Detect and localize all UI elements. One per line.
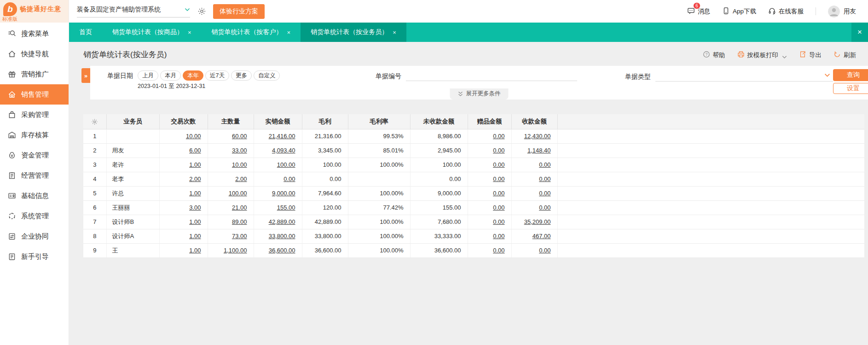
value-link-cell[interactable]: 0.00 (511, 158, 557, 172)
online-service-button[interactable]: 在线客服 (768, 7, 804, 16)
sidebar-item-purchase-mgmt[interactable]: 采购管理 (0, 105, 69, 125)
sidebar-item-enterprise-collab[interactable]: 企业协同 (0, 226, 69, 246)
value-link-cell[interactable]: 36,600.00 (254, 243, 302, 257)
value-link-cell[interactable]: 33.00 (208, 143, 254, 158)
sidebar-item-inventory-mgmt[interactable]: 库存核算 (0, 125, 69, 145)
value-link-cell[interactable]: 1,100.00 (208, 243, 254, 257)
value-link-cell[interactable]: 33,800.00 (254, 229, 302, 243)
sidebar-item-search-menu[interactable]: 搜索菜单 (0, 23, 69, 44)
value-link-cell[interactable]: 4,093.40 (254, 143, 302, 158)
tab-by-product[interactable]: 销货单统计表（按商品）× (102, 23, 202, 42)
value-link-cell[interactable]: 100.00 (254, 158, 302, 172)
value-link-cell[interactable]: 155.00 (254, 200, 302, 215)
query-button[interactable]: 查询 (833, 69, 868, 81)
value-link-cell[interactable]: 0.00 (511, 186, 557, 200)
value-link-cell[interactable]: 0.00 (468, 215, 511, 229)
value-link-cell[interactable]: 1.00 (159, 243, 208, 257)
tab-by-salesperson[interactable]: 销货单统计表（按业务员）× (301, 23, 406, 42)
row-filler (557, 186, 864, 200)
date-option-pill[interactable]: 近7天 (205, 70, 229, 81)
value-link-cell[interactable]: 0.00 (468, 143, 511, 158)
value-link-cell[interactable]: 0.00 (254, 172, 302, 186)
table-row: 7设计师B1.0089.0042,889.0042,889.00100.00%7… (83, 215, 864, 229)
value-link-cell[interactable]: 0.00 (468, 186, 511, 200)
tab-by-customer[interactable]: 销货单统计表（按客户）× (202, 23, 301, 42)
value-link-cell[interactable]: 21,416.00 (254, 129, 302, 143)
refresh-button[interactable]: 刷新 (833, 51, 856, 59)
sidebar-item-system-mgmt[interactable]: 系统管理 (0, 206, 69, 226)
sidebar-item-marketing[interactable]: 营销推广 (0, 64, 69, 84)
value-link-cell[interactable]: 10.00 (208, 158, 254, 172)
value-link-cell[interactable]: 9,000.00 (254, 186, 302, 200)
gear-icon[interactable] (197, 7, 206, 16)
settings-button[interactable]: 设置 (833, 83, 868, 94)
trial-solution-button[interactable]: 体验行业方案 (213, 4, 265, 19)
logo-area: b 畅捷通好生意 标准版 (0, 0, 69, 23)
messages-button[interactable]: 消息 6 (687, 7, 710, 16)
value-link-cell[interactable]: 2.00 (208, 172, 254, 186)
value-link-cell[interactable]: 42,889.00 (254, 215, 302, 229)
expand-more-button[interactable]: 展开更多条件 (450, 88, 509, 99)
close-all-tabs-button[interactable]: × (851, 23, 868, 42)
value-link-cell[interactable]: 35,209.00 (511, 215, 557, 229)
date-option-pill[interactable]: 上月 (138, 70, 158, 81)
value-link-cell[interactable]: 3.00 (159, 200, 208, 215)
sidebar-item-funds-mgmt[interactable]: 资金管理 (0, 145, 69, 165)
value-link-cell[interactable]: 1.00 (159, 215, 208, 229)
value-link-cell[interactable]: 0.00 (511, 172, 557, 186)
sidebar-item-quick-nav[interactable]: 快捷导航 (0, 44, 69, 64)
print-by-template-button[interactable]: 按模板打印 (737, 51, 787, 59)
value-link-cell[interactable]: 10.00 (159, 129, 208, 143)
sidebar-item-sales-mgmt[interactable]: 销售管理 (0, 84, 69, 105)
user-menu[interactable]: 用友 (828, 6, 856, 18)
app-download-label: App下载 (733, 7, 756, 16)
date-option-pill[interactable]: 更多 (231, 70, 252, 81)
value-link-cell[interactable]: 0.00 (468, 229, 511, 243)
doc-no-filter-group: 单据编号 (376, 70, 577, 81)
value-link-cell[interactable]: 2.00 (159, 172, 208, 186)
value-link-cell[interactable]: 89.00 (208, 215, 254, 229)
value-cell: 100.00% (348, 229, 410, 243)
value-link-cell[interactable]: 6.00 (159, 143, 208, 158)
date-range-text: 2023-01-01 至 2023-12-31 (138, 82, 280, 90)
value-link-cell[interactable]: 12,430.00 (511, 129, 557, 143)
sidebar-item-basic-info[interactable]: 基础信息 (0, 186, 69, 206)
date-option-pill[interactable]: 本年 (183, 70, 203, 81)
value-link-cell[interactable]: 1.00 (159, 158, 208, 172)
close-icon[interactable]: × (188, 29, 191, 35)
value-link-cell[interactable]: 1.00 (159, 229, 208, 243)
value-link-cell[interactable]: 1,148.40 (511, 143, 557, 158)
value-link-cell[interactable]: 1.00 (159, 186, 208, 200)
value-link-cell[interactable]: 73.00 (208, 229, 254, 243)
export-button[interactable]: 导出 (799, 51, 822, 59)
help-button[interactable]: ? 帮助 (703, 51, 725, 59)
date-option-pill[interactable]: 本月 (160, 70, 181, 81)
app-download-button[interactable]: App下载 (722, 7, 756, 16)
value-link-cell[interactable]: 0.00 (468, 129, 511, 143)
close-icon[interactable]: × (287, 29, 291, 35)
chevron-down-icon[interactable] (782, 53, 787, 57)
value-link-cell[interactable]: 60.00 (208, 129, 254, 143)
sidebar-item-beginner-guide[interactable]: 新手引导 (0, 246, 69, 267)
value-link-cell[interactable]: 0.00 (468, 158, 511, 172)
value-link-cell[interactable]: 0.00 (468, 243, 511, 257)
system-select[interactable]: 装备及固定资产辅助管理系统 (77, 6, 190, 18)
value-link-cell[interactable]: 0.00 (468, 200, 511, 215)
salesperson-cell (106, 129, 159, 143)
date-option-pill[interactable]: 自定义 (254, 70, 280, 81)
collapse-filter-button[interactable]: » (81, 68, 90, 83)
table-row: 9王1.001,100.0036,600.0036,600.00100.00%3… (83, 243, 864, 257)
value-link-cell[interactable]: 467.00 (511, 229, 557, 243)
doc-no-input[interactable] (406, 70, 577, 81)
close-icon[interactable]: × (393, 29, 396, 35)
sidebar-item-operations-mgmt[interactable]: 经营管理 (0, 165, 69, 186)
refresh-icon (833, 51, 841, 59)
doc-type-select[interactable] (655, 70, 833, 82)
column-settings-button[interactable] (83, 114, 106, 129)
tab-home[interactable]: 首页 (69, 23, 102, 42)
value-link-cell[interactable]: 21.00 (208, 200, 254, 215)
value-link-cell[interactable]: 0.00 (511, 200, 557, 215)
value-link-cell[interactable]: 0.00 (511, 243, 557, 257)
value-link-cell[interactable]: 100.00 (208, 186, 254, 200)
value-link-cell[interactable]: 0.00 (468, 172, 511, 186)
